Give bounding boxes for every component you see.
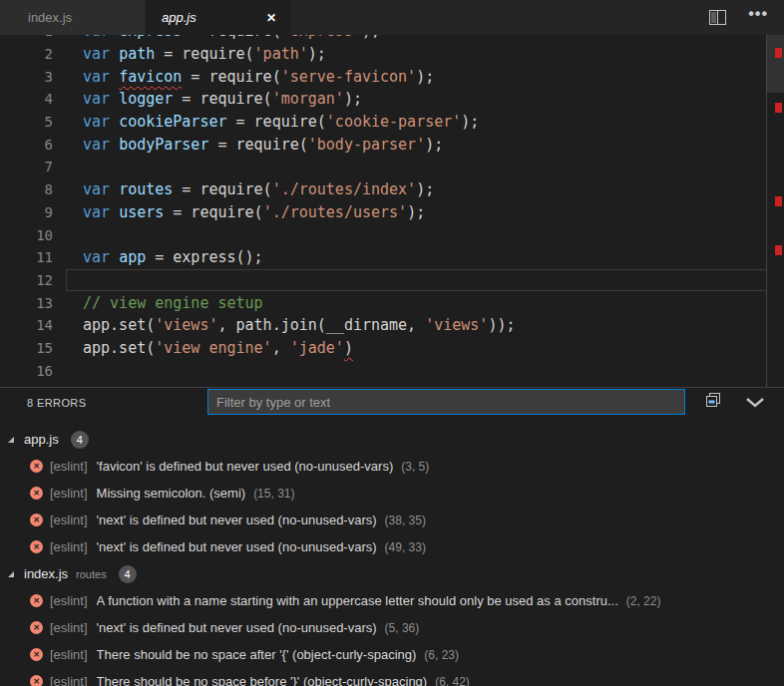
code-line-1[interactable]: 1var express = require('express'); [0,35,767,43]
code-token: ); [362,35,380,40]
code-line-12[interactable]: 12 [0,269,767,292]
code-line-7[interactable]: 7 [0,156,767,178]
problem-position: (15, 31) [253,487,294,501]
problem-row[interactable]: ✕[eslint]There should be no space after … [0,641,784,668]
code-token: ); [425,136,443,154]
problem-source: [eslint] [50,674,88,686]
code-token: logger [119,90,173,108]
problem-row[interactable]: ✕[eslint]Missing semicolon. (semi)(15, 3… [0,480,784,507]
problem-source: [eslint] [50,647,88,662]
code-token: 'jade' [290,339,344,357]
expand-twisty-icon[interactable] [8,437,14,443]
error-count-label: 8 ERRORS [27,397,86,409]
code-line-3[interactable]: 3var favicon = require('serve-favicon'); [0,65,767,88]
code-text: var bodyParser = require('body-parser'); [53,136,443,154]
code-text: var app = express(); [53,248,263,266]
code-editor[interactable]: 1var express = require('express');2var p… [0,35,784,387]
problem-message: There should be no space before '}' (obj… [97,674,428,686]
code-token: = require( [182,68,280,86]
code-token: var [83,113,119,131]
code-token: ); [344,90,362,108]
line-number: 5 [0,114,53,130]
problem-row[interactable]: ✕[eslint]A function with a name starting… [0,587,784,614]
problem-message: 'favicon' is defined but never used (no-… [97,459,394,474]
code-line-14[interactable]: 14app.set('views', path.join(__dirname, … [0,314,767,337]
code-token: var [83,35,119,40]
code-token: 'express' [281,35,362,40]
problem-row[interactable]: ✕[eslint]'next' is defined but never use… [0,614,784,641]
error-mark [775,245,782,255]
problem-row[interactable]: ✕[eslint]'next' is defined but never use… [0,533,784,560]
code-line-15[interactable]: 15app.set('view engine', 'jade') [0,337,767,360]
split-editor-icon[interactable] [709,10,726,29]
editor-scrollbar[interactable] [766,35,784,387]
code-token: = require( [227,113,326,131]
code-token: = express(); [146,248,262,266]
tab-app-js[interactable]: app.js ✕ [146,0,291,35]
code-line-10[interactable]: 10 [0,223,767,246]
code-token: 'body-parser' [308,136,425,154]
code-line-9[interactable]: 9var users = require('./routes/users'); [0,201,767,224]
code-token: users [119,203,164,221]
code-line-13[interactable]: 13// view engine setup [0,291,767,314]
problem-row[interactable]: ✕[eslint]'favicon' is defined but never … [0,453,784,480]
squiggle-token: ) [344,339,353,357]
code-line-16[interactable]: 16 [0,359,767,382]
problem-row[interactable]: ✕[eslint]'next' is defined but never use… [0,507,784,533]
scrollbar-slider[interactable] [767,35,784,93]
error-icon: ✕ [30,540,43,553]
chevron-down-icon[interactable] [744,395,766,413]
problem-position: (3, 5) [401,460,429,474]
collapse-all-icon[interactable] [702,391,722,415]
code-line-2[interactable]: 2var path = require('path'); [0,43,767,66]
code-token: ); [416,68,434,86]
code-token: 'morgan' [272,90,344,108]
code-token: app.set( [83,339,155,357]
expand-twisty-icon[interactable] [8,571,14,577]
line-number: 13 [0,295,53,311]
code-token: var [83,90,119,108]
problem-message: There should be no space after '{' (obje… [97,647,417,662]
code-token: = require( [208,136,307,154]
code-token: var [83,203,119,221]
code-line-4[interactable]: 4var logger = require('morgan'); [0,88,767,111]
code-token: ); [461,113,479,131]
code-token: ); [308,45,326,63]
problem-source: [eslint] [50,513,88,527]
line-number: 1 [0,35,53,39]
problems-panel: 8 ERRORS app.js4✕[eslint]'favicon' is de… [0,387,784,686]
line-number: 3 [0,69,53,85]
more-actions-icon[interactable]: ••• [748,5,768,23]
problem-source: [eslint] [50,620,88,635]
code-token: = require( [173,180,271,198]
problem-message: 'next' is defined but never used (no-unu… [97,513,377,527]
problem-position: (6, 42) [435,675,470,686]
line-number: 6 [0,137,53,153]
problem-position: (5, 36) [385,621,420,635]
code-token: = require( [155,45,253,63]
vscode-window: index.js app.js ✕ ••• 1var express = req… [0,0,784,686]
error-icon: ✕ [30,675,43,686]
problem-message: 'next' is defined but never used (no-unu… [97,539,377,554]
code-text: // view engine setup [53,294,263,312]
code-token: , [272,339,290,357]
line-number: 4 [0,91,53,107]
close-icon[interactable]: ✕ [261,8,281,28]
code-token: 'views' [155,316,217,334]
problems-group-index.js[interactable]: index.jsroutes4 [0,560,784,587]
code-line-8[interactable]: 8var routes = require('./routes/index'); [0,178,767,201]
filter-input[interactable] [207,389,685,415]
problems-group-app.js[interactable]: app.js4 [0,426,784,453]
code-line-6[interactable]: 6var bodyParser = require('body-parser')… [0,133,767,156]
code-text: app.set('views', path.join(__dirname, 'v… [53,316,516,334]
code-token: 'views' [425,316,488,334]
code-token: cookieParser [119,113,226,131]
code-text: var logger = require('morgan'); [53,90,362,108]
tab-index-js[interactable]: index.js [0,0,146,35]
code-text: var users = require('./routes/users'); [53,203,425,221]
code-line-5[interactable]: 5var cookieParser = require('cookie-pars… [0,111,767,134]
problem-row[interactable]: ✕[eslint]There should be no space before… [0,668,784,686]
code-line-11[interactable]: 11var app = express(); [0,246,767,269]
problem-source: [eslint] [50,486,88,501]
code-token: = require( [182,35,280,40]
